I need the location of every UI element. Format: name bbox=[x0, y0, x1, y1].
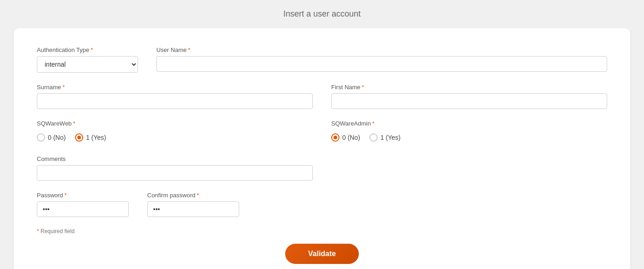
confirm-password-required-star: * bbox=[197, 192, 199, 199]
username-label: User Name * bbox=[156, 46, 607, 53]
validate-button[interactable]: Validate bbox=[285, 244, 359, 264]
firstname-label: First Name * bbox=[331, 84, 607, 91]
sqwareweb-label: SQWareWeb * bbox=[37, 120, 313, 127]
sqwareadmin-label: SQWareAdmin * bbox=[331, 120, 607, 127]
form-card: Authentication Type * internal external … bbox=[14, 28, 630, 269]
sqwareweb-radio-no[interactable] bbox=[37, 133, 45, 142]
required-note: * Required field bbox=[37, 228, 607, 235]
firstname-group: First Name * local bbox=[331, 84, 607, 109]
row-sqwareweb-sqwareadmin: SQWareWeb * 0 (No) 1 (Yes) SQWareAdmin * bbox=[37, 120, 607, 144]
row-auth-username: Authentication Type * internal external … bbox=[37, 46, 607, 73]
password-input[interactable] bbox=[37, 201, 129, 217]
sqwareadmin-radio-no[interactable] bbox=[331, 133, 339, 142]
sqwareadmin-radio-group: 0 (No) 1 (Yes) bbox=[331, 133, 607, 144]
auth-type-select[interactable]: internal external ldap bbox=[37, 56, 138, 73]
row-surname-firstname: Surname * dba First Name * local bbox=[37, 84, 607, 109]
confirm-password-input[interactable] bbox=[147, 201, 239, 217]
password-spacer bbox=[258, 192, 607, 217]
sqwareadmin-yes-label: 1 (Yes) bbox=[380, 134, 401, 141]
sqwareadmin-option-yes[interactable]: 1 (Yes) bbox=[369, 133, 401, 142]
username-group: User Name * dba_local bbox=[156, 46, 607, 73]
sqwareweb-yes-label: 1 (Yes) bbox=[86, 134, 106, 141]
auth-type-group: Authentication Type * internal external … bbox=[37, 46, 138, 73]
row-comments: Comments un dba qui utilise un compte lo… bbox=[37, 155, 607, 181]
sqwareweb-group: SQWareWeb * 0 (No) 1 (Yes) bbox=[37, 120, 313, 144]
sqwareweb-no-label: 0 (No) bbox=[48, 134, 66, 141]
surname-label: Surname * bbox=[37, 84, 313, 91]
sqwareweb-radio-group: 0 (No) 1 (Yes) bbox=[37, 133, 313, 144]
sqwareadmin-option-no[interactable]: 0 (No) bbox=[331, 133, 360, 142]
sqwareadmin-required-star: * bbox=[372, 120, 374, 127]
password-group: Password * bbox=[37, 192, 129, 217]
sqwareweb-radio-yes[interactable] bbox=[75, 133, 83, 142]
username-input[interactable]: dba_local bbox=[156, 56, 607, 72]
comments-spacer bbox=[331, 155, 607, 181]
firstname-input[interactable]: local bbox=[331, 93, 607, 109]
surname-input[interactable]: dba bbox=[37, 93, 313, 109]
auth-type-label: Authentication Type * bbox=[37, 46, 138, 53]
sqwareadmin-group: SQWareAdmin * 0 (No) 1 (Yes) bbox=[331, 120, 607, 144]
comments-label: Comments bbox=[37, 155, 313, 162]
surname-required-star: * bbox=[63, 84, 65, 91]
confirm-password-group: Confirm password * bbox=[147, 192, 239, 217]
comments-group: Comments un dba qui utilise un compte lo… bbox=[37, 155, 313, 181]
sqwareadmin-radio-yes[interactable] bbox=[369, 133, 378, 142]
sqwareweb-option-yes[interactable]: 1 (Yes) bbox=[75, 133, 106, 142]
surname-group: Surname * dba bbox=[37, 84, 313, 109]
row-password: Password * Confirm password * bbox=[37, 192, 607, 217]
page-title: Insert a user account bbox=[283, 9, 361, 19]
sqwareweb-option-no[interactable]: 0 (No) bbox=[37, 133, 66, 142]
username-required-star: * bbox=[188, 46, 190, 53]
password-required-star: * bbox=[64, 192, 67, 199]
firstname-required-star: * bbox=[362, 84, 364, 91]
auth-type-required-star: * bbox=[91, 46, 93, 53]
confirm-password-label: Confirm password * bbox=[147, 192, 239, 199]
sqwareweb-required-star: * bbox=[73, 120, 75, 127]
password-label: Password * bbox=[37, 192, 129, 199]
sqwareadmin-no-label: 0 (No) bbox=[342, 134, 360, 141]
comments-input[interactable]: un dba qui utilise un compte local bbox=[37, 165, 313, 181]
